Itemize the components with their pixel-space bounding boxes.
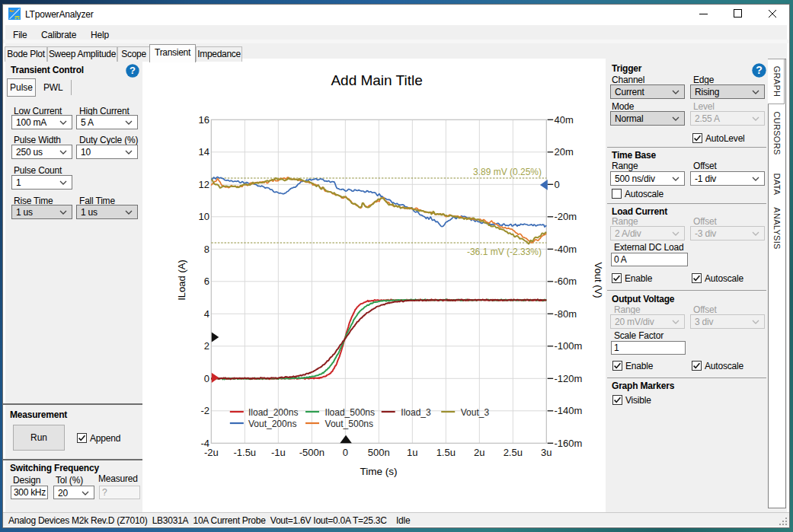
svg-text:-500n: -500n (299, 447, 325, 458)
svg-text:2.5u: 2.5u (504, 447, 523, 458)
svg-text:Vout_3: Vout_3 (461, 407, 490, 418)
svg-text:3u: 3u (541, 447, 552, 458)
svg-text:-1.5u: -1.5u (233, 447, 256, 458)
svg-text:10: 10 (199, 211, 209, 222)
svg-text:Vout (V): Vout (V) (593, 263, 604, 298)
svg-text:-120m: -120m (555, 373, 583, 384)
svg-text:-60m: -60m (555, 276, 577, 287)
svg-text:12: 12 (199, 179, 209, 190)
svg-text:16: 16 (199, 114, 209, 126)
svg-text:3.89 mV (0.25%): 3.89 mV (0.25%) (473, 167, 542, 177)
svg-text:2u: 2u (474, 447, 484, 458)
svg-text:500n: 500n (368, 447, 390, 458)
svg-text:-2u: -2u (204, 447, 219, 458)
svg-text:0: 0 (555, 179, 560, 190)
svg-text:-160m: -160m (555, 438, 583, 449)
svg-text:40m: 40m (555, 114, 574, 126)
svg-text:1u: 1u (407, 447, 417, 458)
svg-text:-20m: -20m (555, 211, 577, 222)
svg-text:0: 0 (204, 373, 209, 384)
svg-text:?: ? (130, 65, 136, 76)
svg-text:ILoad (A): ILoad (A) (176, 260, 187, 300)
svg-text:0: 0 (343, 447, 348, 458)
svg-text:Vout_500ns: Vout_500ns (325, 419, 373, 429)
svg-text:Iload_500ns: Iload_500ns (325, 407, 375, 418)
svg-text:20m: 20m (555, 146, 574, 158)
svg-text:1.5u: 1.5u (436, 447, 456, 458)
svg-text:2: 2 (204, 340, 209, 352)
svg-text:4: 4 (204, 308, 209, 320)
svg-text:?: ? (756, 64, 763, 76)
svg-text:Add Main Title: Add Main Title (331, 72, 422, 88)
svg-text:Vout_200ns: Vout_200ns (248, 419, 296, 429)
svg-text:14: 14 (199, 146, 209, 158)
svg-text:Time (s): Time (s) (360, 466, 398, 477)
svg-text:-2: -2 (200, 405, 209, 416)
svg-text:-140m: -140m (555, 405, 583, 416)
svg-text:-36.1 mV (-2.33%): -36.1 mV (-2.33%) (467, 247, 542, 257)
svg-text:6: 6 (204, 276, 209, 287)
svg-text:-80m: -80m (555, 308, 577, 320)
svg-text:Iload_200ns: Iload_200ns (248, 407, 298, 418)
svg-text:-100m: -100m (555, 340, 583, 352)
svg-text:-40m: -40m (555, 244, 577, 255)
svg-text:Iload_3: Iload_3 (401, 407, 431, 418)
svg-text:-1u: -1u (271, 447, 286, 458)
svg-text:8: 8 (204, 244, 209, 255)
